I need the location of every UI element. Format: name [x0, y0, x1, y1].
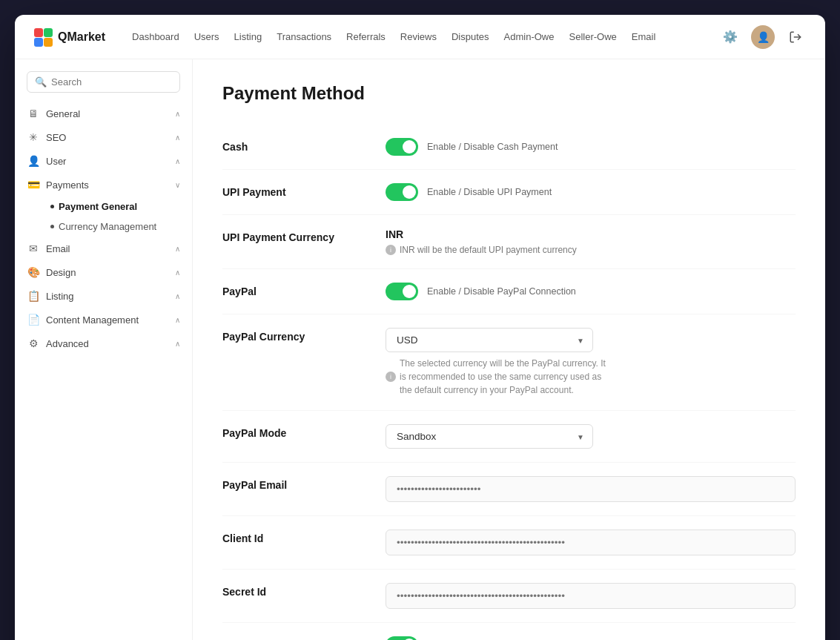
sidebar-search-wrap: 🔍	[15, 59, 192, 102]
cash-label: Cash	[222, 138, 371, 153]
nav-users[interactable]: Users	[194, 31, 219, 42]
nav-reviews[interactable]: Reviews	[400, 31, 437, 42]
upi-currency-label: UPI Payment Currency	[222, 228, 371, 243]
logout-button[interactable]	[784, 25, 807, 49]
sidebar-item-user[interactable]: 👤 User ∧	[15, 149, 192, 173]
search-box[interactable]: 🔍	[27, 71, 180, 93]
sidebar-item-advanced[interactable]: ⚙ Advanced ∧	[15, 331, 192, 355]
paypal-currency-select[interactable]: USD EUR GBP INR	[386, 328, 593, 352]
logo-text: QMarket	[58, 30, 105, 44]
listing-chevron: ∧	[175, 292, 180, 300]
paypal-mode-label: PayPal Mode	[222, 424, 371, 439]
general-icon: 🖥	[27, 108, 40, 119]
content-label: Content Management	[46, 314, 139, 326]
paypal-mode-row: PayPal Mode Sandbox Live	[222, 411, 796, 463]
sidebar-item-payments[interactable]: 💳 Payments ∨	[15, 173, 192, 197]
logo: QMarket	[33, 27, 105, 47]
nav-listing[interactable]: Listing	[234, 31, 262, 42]
sidebar-item-design[interactable]: 🎨 Design ∧	[15, 260, 192, 284]
paypal-email-input[interactable]	[386, 476, 796, 502]
paypal-desc: Enable / Disable PayPal Connection	[427, 286, 576, 297]
stripe-label: Stripe	[222, 636, 371, 640]
cash-desc: Enable / Disable Cash Payment	[427, 142, 558, 152]
page-title: Payment Method	[222, 83, 796, 104]
svg-rect-2	[34, 38, 43, 47]
advanced-chevron: ∧	[175, 340, 180, 348]
upi-currency-row: UPI Payment Currency INR i INR will be t…	[222, 215, 796, 269]
sidebar-item-payment-general[interactable]: Payment General	[39, 197, 192, 217]
seo-icon: ✳	[27, 131, 40, 143]
svg-rect-0	[34, 28, 43, 37]
client-id-control	[386, 530, 796, 555]
sidebar-item-currency-management[interactable]: Currency Management	[39, 217, 192, 237]
secret-id-input[interactable]	[386, 583, 796, 609]
upi-payment-desc: Enable / Disable UPI Payment	[427, 187, 552, 197]
payments-icon: 💳	[27, 179, 40, 191]
payment-general-dot	[50, 205, 54, 208]
svg-rect-1	[44, 28, 53, 37]
paypal-currency-hint-wrap: i The selected currency will be the PayP…	[386, 357, 796, 397]
app-window: QMarket Dashboard Users Listing Transact…	[15, 15, 825, 640]
cash-control: Enable / Disable Cash Payment	[386, 138, 796, 156]
nav-email[interactable]: Email	[632, 31, 656, 42]
stripe-control: Enable / Disable Stripe Connection	[386, 636, 796, 640]
paypal-mode-select[interactable]: Sandbox Live	[386, 424, 593, 449]
secret-id-row: Secret Id	[222, 570, 796, 623]
main-content: Payment Method Cash Enable / Disable Cas…	[193, 59, 825, 640]
logout-icon	[789, 30, 802, 44]
upi-currency-value: INR	[386, 228, 796, 240]
upi-currency-note: i INR will be the default UPI payment cu…	[386, 245, 796, 255]
design-chevron: ∧	[175, 268, 180, 277]
cash-toggle[interactable]	[386, 138, 418, 156]
design-icon: 🎨	[27, 266, 40, 278]
upi-payment-toggle[interactable]	[386, 183, 418, 201]
currency-management-label: Currency Management	[59, 221, 156, 232]
sidebar: 🔍 🖥 General ∧ ✳ SEO ∧	[15, 59, 193, 640]
paypal-row: PayPal Enable / Disable PayPal Connectio…	[222, 269, 796, 314]
nav-links: Dashboard Users Listing Transactions Ref…	[132, 31, 718, 42]
nav-seller-owe[interactable]: Seller-Owe	[569, 31, 616, 42]
user-icon: 👤	[27, 155, 40, 167]
nav-actions: ⚙️ 👤	[718, 25, 807, 49]
paypal-currency-select-wrapper: USD EUR GBP INR	[386, 328, 593, 352]
nav-referrals[interactable]: Referrals	[346, 31, 386, 42]
top-nav: QMarket Dashboard Users Listing Transact…	[15, 15, 825, 59]
paypal-currency-control: USD EUR GBP INR i The selected currency …	[386, 328, 796, 397]
email-icon: ✉	[27, 243, 40, 254]
paypal-control: Enable / Disable PayPal Connection	[386, 283, 796, 300]
upi-currency-note-text: INR will be the default UPI payment curr…	[400, 245, 577, 255]
paypal-label: PayPal	[222, 283, 371, 297]
client-id-input[interactable]	[386, 530, 796, 555]
paypal-email-row: PayPal Email	[222, 463, 796, 516]
paypal-toggle[interactable]	[386, 283, 418, 300]
cash-row: Cash Enable / Disable Cash Payment	[222, 125, 796, 170]
general-chevron: ∧	[175, 110, 180, 118]
email-label: Email	[46, 243, 70, 254]
avatar[interactable]: 👤	[751, 25, 775, 49]
settings-button[interactable]: ⚙️	[718, 25, 742, 49]
listing-icon: 📋	[27, 290, 40, 302]
nav-transactions[interactable]: Transactions	[277, 31, 331, 42]
payment-general-label: Payment General	[59, 201, 137, 212]
user-label: User	[46, 156, 66, 167]
upi-currency-control: INR i INR will be the default UPI paymen…	[386, 228, 796, 255]
sidebar-item-email[interactable]: ✉ Email ∧	[15, 237, 192, 260]
sidebar-item-seo[interactable]: ✳ SEO ∧	[15, 125, 192, 149]
stripe-toggle[interactable]	[386, 636, 418, 640]
sidebar-item-content-management[interactable]: 📄 Content Management ∧	[15, 308, 192, 331]
stripe-row: Stripe Enable / Disable Stripe Connectio…	[222, 623, 796, 640]
upi-payment-control: Enable / Disable UPI Payment	[386, 183, 796, 201]
paypal-mode-control: Sandbox Live	[386, 424, 796, 449]
secret-id-control	[386, 583, 796, 609]
nav-admin-owe[interactable]: Admin-Owe	[504, 31, 555, 42]
payments-label: Payments	[46, 179, 89, 191]
search-input[interactable]	[51, 76, 176, 88]
sidebar-item-general[interactable]: 🖥 General ∧	[15, 102, 192, 125]
nav-dashboard[interactable]: Dashboard	[132, 31, 179, 42]
payments-chevron: ∨	[175, 181, 180, 189]
user-chevron: ∧	[175, 157, 180, 165]
paypal-currency-label: PayPal Currency	[222, 328, 371, 343]
sidebar-item-listing[interactable]: 📋 Listing ∧	[15, 284, 192, 308]
nav-disputes[interactable]: Disputes	[452, 31, 489, 42]
paypal-currency-hint: The selected currency will be the PayPal…	[400, 357, 607, 397]
